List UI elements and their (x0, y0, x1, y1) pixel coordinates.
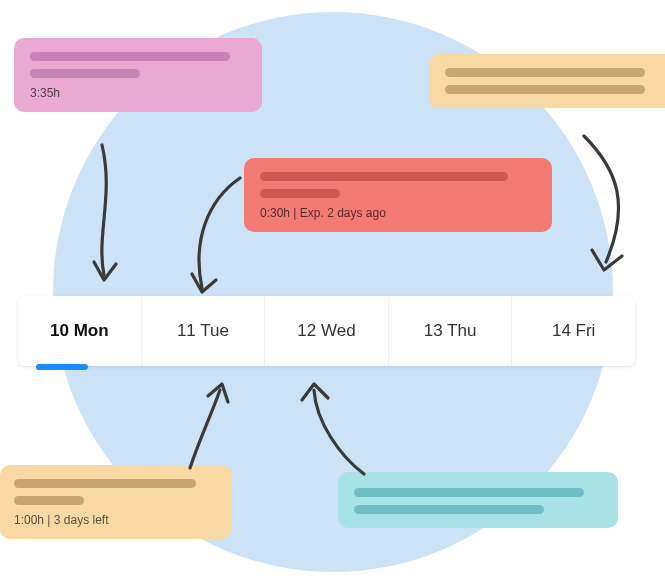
task-card-red[interactable]: 0:30h | Exp. 2 days ago (244, 158, 552, 232)
arrow-icon (290, 378, 380, 488)
task-card-teal[interactable] (338, 472, 618, 528)
placeholder-line (354, 505, 544, 514)
task-card-orange-top[interactable] (429, 54, 665, 108)
task-meta: 1:00h | 3 days left (14, 513, 216, 527)
task-meta: 3:35h (30, 86, 246, 100)
placeholder-line (260, 172, 508, 181)
arrow-icon (74, 140, 134, 290)
arrow-icon (568, 130, 648, 285)
day-tab[interactable]: 11 Tue (142, 296, 266, 366)
day-tab[interactable]: 12 Wed (265, 296, 389, 366)
placeholder-line (14, 496, 84, 505)
day-tab[interactable]: 13 Thu (389, 296, 513, 366)
placeholder-line (30, 52, 230, 61)
placeholder-line (354, 488, 584, 497)
day-tab[interactable]: 10 Mon (18, 296, 142, 366)
placeholder-line (445, 68, 645, 77)
weekday-strip: 10 Mon11 Tue12 Wed13 Thu14 Fri (18, 296, 635, 366)
placeholder-line (260, 189, 340, 198)
task-meta: 0:30h | Exp. 2 days ago (260, 206, 536, 220)
task-card-pink[interactable]: 3:35h (14, 38, 262, 112)
day-tab[interactable]: 14 Fri (512, 296, 635, 366)
arrow-icon (176, 378, 246, 478)
placeholder-line (445, 85, 645, 94)
arrow-icon (178, 170, 258, 300)
placeholder-line (30, 69, 140, 78)
placeholder-line (14, 479, 196, 488)
